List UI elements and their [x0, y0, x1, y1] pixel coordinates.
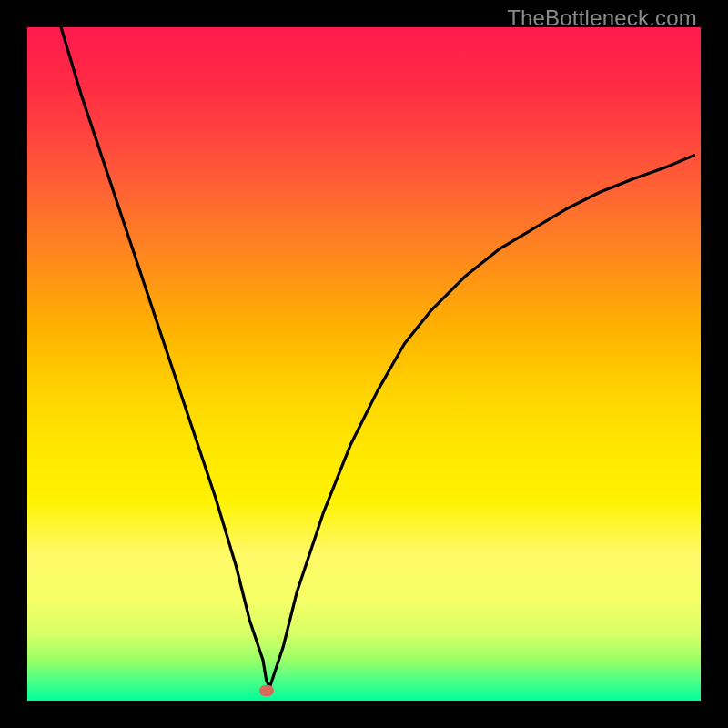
bottleneck-curve	[27, 27, 701, 701]
optimum-marker	[259, 685, 274, 696]
chart-frame: TheBottleneck.com	[0, 0, 728, 728]
plot-area	[27, 27, 701, 701]
watermark-text: TheBottleneck.com	[507, 5, 697, 31]
